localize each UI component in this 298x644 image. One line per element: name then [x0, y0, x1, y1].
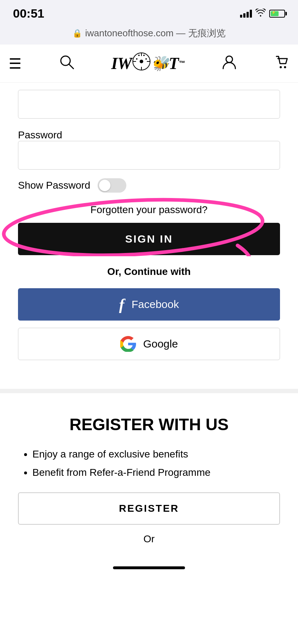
toggle-knob	[99, 180, 110, 191]
status-icons	[240, 9, 285, 19]
facebook-login-button[interactable]: f Facebook	[18, 288, 280, 321]
cart-icon[interactable]	[274, 54, 289, 73]
svg-point-12	[226, 56, 232, 63]
section-divider	[0, 389, 298, 393]
forgotten-password-link[interactable]: Forgotten your password?	[18, 204, 280, 216]
password-input[interactable]	[18, 141, 280, 170]
url-bar: 🔒 iwantoneofthose.com — 无痕浏览	[0, 24, 298, 45]
status-bar: 00:51	[0, 0, 298, 24]
benefit-item-1: Enjoy a range of exclusive benefits	[32, 447, 280, 461]
register-button[interactable]: REGISTER	[18, 492, 280, 525]
facebook-icon: f	[119, 295, 125, 314]
sign-in-container: Forgotten your password? SIGN IN	[18, 204, 280, 255]
facebook-label: Facebook	[131, 298, 179, 310]
benefit-item-2: Benefit from Refer-a-Friend Programme	[32, 465, 280, 479]
google-login-button[interactable]: Google	[18, 328, 280, 360]
register-section: REGISTER WITH US Enjoy a range of exclus…	[0, 400, 298, 559]
nav-header: ☰ I W 🐝 T ™	[0, 45, 298, 83]
url-text: iwantoneofthose.com — 无痕浏览	[85, 27, 225, 40]
search-icon[interactable]	[59, 54, 74, 73]
svg-point-8	[138, 55, 140, 56]
status-time: 00:51	[13, 6, 44, 20]
svg-point-14	[284, 66, 286, 68]
user-icon[interactable]	[222, 54, 237, 73]
register-title: REGISTER WITH US	[18, 415, 280, 434]
svg-point-13	[280, 66, 282, 68]
password-label: Password	[18, 129, 62, 141]
menu-icon[interactable]: ☰	[9, 55, 22, 72]
bottom-or-label: Or	[18, 533, 280, 545]
home-indicator	[113, 566, 185, 569]
sign-in-button[interactable]: SIGN IN	[18, 223, 280, 255]
lock-icon: 🔒	[72, 29, 82, 38]
show-password-toggle[interactable]	[98, 178, 126, 193]
login-form: Password Show Password Forgotten your pa…	[0, 83, 298, 382]
signal-bars-icon	[240, 10, 252, 18]
show-password-row: Show Password	[18, 178, 280, 193]
or-continue-label: Or, Continue with	[18, 266, 280, 277]
svg-point-3	[140, 60, 143, 63]
register-benefits-list: Enjoy a range of exclusive benefits Bene…	[18, 447, 280, 479]
email-field-partial	[18, 90, 280, 119]
svg-point-11	[145, 58, 147, 60]
svg-point-9	[143, 55, 145, 56]
site-logo[interactable]: I W 🐝 T ™	[111, 52, 185, 75]
wifi-icon	[256, 9, 266, 19]
svg-line-1	[69, 64, 73, 69]
google-icon	[120, 336, 136, 352]
google-label: Google	[143, 338, 178, 350]
show-password-label: Show Password	[18, 180, 90, 191]
svg-point-10	[136, 58, 137, 60]
battery-icon	[269, 10, 285, 18]
